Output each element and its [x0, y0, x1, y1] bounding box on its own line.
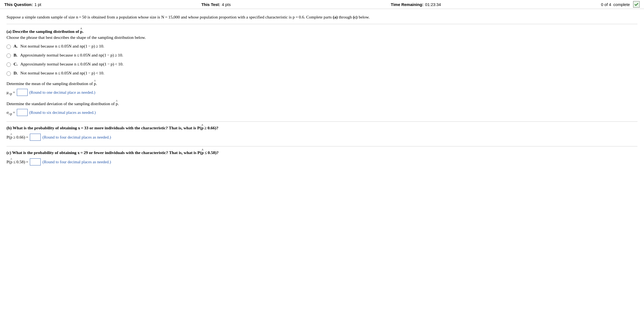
part-c-input[interactable]	[30, 158, 41, 165]
question-pts: 1 pt	[34, 2, 41, 7]
test-pts: 4 pts	[222, 2, 231, 7]
option-c-text: Approximately normal because n ≤ 0.05N a…	[20, 62, 123, 67]
header-bar: This Question: 1 pt This Test: 4 pts Tim…	[0, 0, 644, 9]
progress-label: 0 of 4	[601, 2, 611, 7]
p-hat-b-label: p	[10, 135, 12, 140]
time-value: 01:23:34	[425, 2, 441, 7]
progress-suffix: complete	[613, 2, 630, 7]
mean-prompt: Determine the mean of the sampling distr…	[7, 81, 637, 86]
std-prompt: Determine the standard deviation of the …	[7, 101, 637, 106]
radio-b[interactable]	[7, 54, 11, 58]
option-a-letter: A.	[14, 44, 18, 49]
std-section: Determine the standard deviation of the …	[7, 101, 637, 116]
content-area: Suppose a simple random sample of size n…	[0, 9, 644, 177]
part-c-label: P(p ≤ 0.58) =	[7, 159, 28, 164]
std-symbol: σ^p =	[7, 110, 15, 116]
mean-input-row: μ^p = (Round to one decimal place as nee…	[7, 89, 637, 96]
test-info: This Test: 4 pts	[201, 2, 231, 7]
p-hat-c: p	[201, 150, 204, 155]
part-a-heading: (a) Describe the sampling distribution o…	[7, 29, 637, 34]
part-a-subtext: Choose the phrase that best describes th…	[7, 35, 637, 40]
option-d-text: Not normal because n ≤ 0.05N and np(1 − …	[20, 71, 104, 76]
p-hat-heading: p	[80, 29, 82, 34]
question-info: This Question: 1 pt	[4, 2, 41, 7]
mean-input[interactable]	[17, 89, 28, 96]
intro-content: Suppose a simple random sample of size n…	[7, 15, 370, 19]
p-hat-std: p	[116, 101, 118, 106]
time-info: Time Remaining: 01:23:34	[391, 2, 441, 7]
mean-hint: (Round to one decimal place as needed.)	[29, 90, 95, 95]
divider-b	[7, 121, 637, 122]
part-b-heading: (b) What is the probability of obtaining…	[7, 126, 637, 130]
radio-c[interactable]	[7, 62, 11, 67]
test-label: This Test:	[201, 2, 220, 7]
option-b[interactable]: B. Approximately normal because n ≤ 0.05…	[7, 53, 637, 58]
p-hat-b: p	[201, 126, 204, 130]
part-c-input-row: P(p ≤ 0.58) = (Round to four decimal pla…	[7, 158, 637, 165]
p-hat-mean: p	[94, 81, 96, 86]
option-d[interactable]: D. Not normal because n ≤ 0.05N and np(1…	[7, 71, 637, 76]
progress-info: 0 of 4 complete	[601, 1, 640, 8]
part-b-section: (b) What is the probability of obtaining…	[7, 121, 637, 141]
p-hat-c-label: p	[10, 159, 12, 164]
std-input[interactable]	[17, 109, 28, 116]
radio-a[interactable]	[7, 45, 11, 49]
option-d-letter: D.	[14, 71, 18, 76]
mean-symbol: μ^p =	[7, 90, 15, 96]
part-b-input-row: P(p ≥ 0.66) = (Round to four decimal pla…	[7, 134, 637, 141]
mean-section: Determine the mean of the sampling distr…	[7, 81, 637, 96]
option-a[interactable]: A. Not normal because n ≤ 0.05N and np(1…	[7, 44, 637, 49]
option-c[interactable]: C. Approximately normal because n ≤ 0.05…	[7, 62, 637, 67]
part-b-input[interactable]	[30, 134, 41, 141]
std-input-row: σ^p = (Round to six decimal places as ne…	[7, 109, 637, 116]
part-a-section: (a) Describe the sampling distribution o…	[7, 29, 637, 76]
question-label: This Question:	[4, 2, 33, 7]
option-b-text: Approximately normal because n ≤ 0.05N a…	[20, 53, 123, 58]
intro-text: Suppose a simple random sample of size n…	[7, 14, 637, 24]
part-c-heading: (c) What is the probability of obtaining…	[7, 150, 637, 155]
complete-box-icon	[633, 1, 640, 8]
part-c-hint: (Round to four decimal places as needed.…	[42, 160, 111, 164]
option-a-text: Not normal because n ≤ 0.05N and np(1 − …	[20, 44, 104, 49]
std-hint: (Round to six decimal places as needed.)	[29, 110, 96, 115]
divider-c	[7, 146, 637, 146]
option-b-letter: B.	[14, 53, 17, 58]
part-b-label: P(p ≥ 0.66) =	[7, 135, 28, 140]
part-b-hint: (Round to four decimal places as needed.…	[42, 135, 111, 140]
option-c-letter: C.	[14, 62, 18, 67]
part-c-section: (c) What is the probability of obtaining…	[7, 146, 637, 165]
radio-d[interactable]	[7, 71, 11, 76]
time-label: Time Remaining:	[391, 2, 423, 7]
